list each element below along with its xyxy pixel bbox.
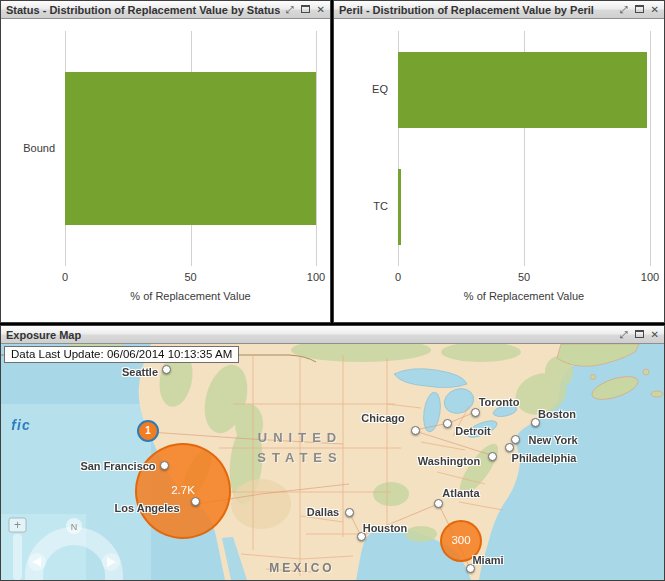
city-label-toronto: Toronto bbox=[479, 396, 520, 408]
last-update-label: Data Last Update: 06/06/2014 10:13:35 AM bbox=[4, 346, 239, 363]
cluster-marker[interactable]: 1 bbox=[137, 420, 159, 442]
city-label-los-angeles: Los Angeles bbox=[115, 502, 180, 514]
bar-eq[interactable] bbox=[398, 52, 647, 128]
city-marker-philadelphia[interactable] bbox=[505, 443, 514, 452]
x-tick-label: 0 bbox=[378, 271, 418, 284]
city-label-philadelphia: Philadelphia bbox=[512, 452, 577, 464]
map-window-controls: ⤢ ✕ bbox=[620, 330, 659, 340]
exposure-bubble[interactable]: 2.7K bbox=[135, 443, 231, 539]
city-label-new-york: New York bbox=[528, 434, 577, 446]
category-label-eq: EQ bbox=[334, 83, 388, 96]
city-label-san-francisco: San Francisco bbox=[80, 460, 155, 472]
popout-icon[interactable]: ⤢ bbox=[620, 330, 628, 340]
status-window-controls: ⤢ ✕ bbox=[286, 5, 325, 15]
city-label-dallas: Dallas bbox=[307, 506, 339, 518]
pan-ring[interactable] bbox=[34, 536, 114, 580]
gridline bbox=[650, 31, 651, 266]
map-panel-titlebar[interactable]: Exposure Map ⤢ ✕ bbox=[1, 326, 664, 344]
map-nav-control[interactable]: + N bbox=[1, 516, 131, 580]
peril-window-controls: ⤢ ✕ bbox=[620, 5, 659, 15]
popout-icon[interactable]: ⤢ bbox=[286, 5, 294, 15]
city-label-washington: Washington bbox=[418, 455, 481, 467]
city-label-detroit: Detroit bbox=[455, 425, 490, 437]
peril-panel-titlebar[interactable]: Peril - Distribution of Replacement Valu… bbox=[334, 1, 664, 19]
maximize-icon[interactable] bbox=[635, 5, 644, 15]
zoom-slider[interactable] bbox=[13, 534, 22, 580]
exposure-map-panel: Exposure Map ⤢ ✕ bbox=[0, 325, 665, 581]
maximize-glyph bbox=[301, 5, 310, 13]
city-label-chicago: Chicago bbox=[361, 412, 404, 424]
region-label-united-states: UNITED STATES bbox=[257, 428, 342, 468]
maximize-glyph bbox=[635, 330, 644, 338]
status-chart-panel: Status - Distribution of Replacement Val… bbox=[0, 0, 331, 323]
city-label-houston: Houston bbox=[363, 522, 408, 534]
city-label-atlanta: Atlanta bbox=[442, 487, 479, 499]
city-marker-los-angeles[interactable] bbox=[191, 497, 200, 506]
popout-icon[interactable]: ⤢ bbox=[620, 5, 628, 15]
x-tick-label: 100 bbox=[296, 271, 336, 284]
close-icon[interactable]: ✕ bbox=[651, 330, 659, 340]
bar-tc[interactable] bbox=[398, 169, 401, 245]
maximize-icon[interactable] bbox=[635, 330, 644, 340]
x-tick-label: 50 bbox=[171, 271, 211, 284]
bar-bound[interactable] bbox=[65, 72, 316, 225]
cluster-marker-value: 1 bbox=[145, 426, 151, 436]
status-panel-titlebar[interactable]: Status - Distribution of Replacement Val… bbox=[1, 1, 330, 19]
city-label-seattle: Seattle bbox=[122, 366, 158, 378]
peril-chart-panel: Peril - Distribution of Replacement Valu… bbox=[333, 0, 665, 323]
region-label-mexico: MEXICO bbox=[269, 558, 334, 578]
city-marker-washington[interactable] bbox=[488, 452, 497, 461]
peril-panel-title: Peril - Distribution of Replacement Valu… bbox=[339, 4, 594, 16]
exposure-map-canvas[interactable]: 2.7K3001SeattleSan FranciscoLos AngelesC… bbox=[1, 344, 664, 580]
maximize-glyph bbox=[635, 5, 644, 13]
x-tick-label: 0 bbox=[45, 271, 85, 284]
exposure-dashboard: { "window_icons": {"popout": "⤢", "close… bbox=[0, 0, 665, 581]
map-panel-title: Exposure Map bbox=[6, 329, 81, 341]
exposure-bubble-value: 2.7K bbox=[171, 485, 195, 497]
x-axis-title: % of Replacement Value bbox=[65, 290, 316, 303]
maximize-icon[interactable] bbox=[301, 5, 310, 15]
pacific-ocean-label: fic bbox=[11, 417, 30, 433]
zoom-in-label: + bbox=[14, 518, 21, 532]
close-icon[interactable]: ✕ bbox=[651, 5, 659, 15]
city-label-boston: Boston bbox=[538, 408, 576, 420]
compass-north-label: N bbox=[71, 522, 78, 532]
x-tick-label: 100 bbox=[630, 271, 665, 284]
exposure-bubble-value: 300 bbox=[451, 535, 470, 547]
gridline bbox=[316, 31, 317, 266]
city-label-miami: Miami bbox=[472, 554, 503, 566]
city-marker-san-francisco[interactable] bbox=[160, 461, 169, 470]
status-panel-title: Status - Distribution of Replacement Val… bbox=[6, 4, 280, 16]
x-axis-title: % of Replacement Value bbox=[398, 290, 650, 303]
city-marker-detroit[interactable] bbox=[443, 419, 452, 428]
city-marker-toronto[interactable] bbox=[471, 408, 480, 417]
city-marker-chicago[interactable] bbox=[411, 426, 420, 435]
city-marker-seattle[interactable] bbox=[162, 365, 171, 374]
city-marker-dallas[interactable] bbox=[345, 508, 354, 517]
x-tick-label: 50 bbox=[504, 271, 544, 284]
peril-bar-chart: 050100EQTC% of Replacement Value bbox=[334, 19, 664, 322]
city-marker-atlanta[interactable] bbox=[434, 499, 443, 508]
category-label-tc: TC bbox=[334, 200, 388, 213]
category-label-bound: Bound bbox=[1, 142, 55, 155]
status-bar-chart: 050100Bound% of Replacement Value bbox=[1, 19, 330, 322]
city-marker-new-york[interactable] bbox=[511, 435, 520, 444]
close-icon[interactable]: ✕ bbox=[317, 5, 325, 15]
